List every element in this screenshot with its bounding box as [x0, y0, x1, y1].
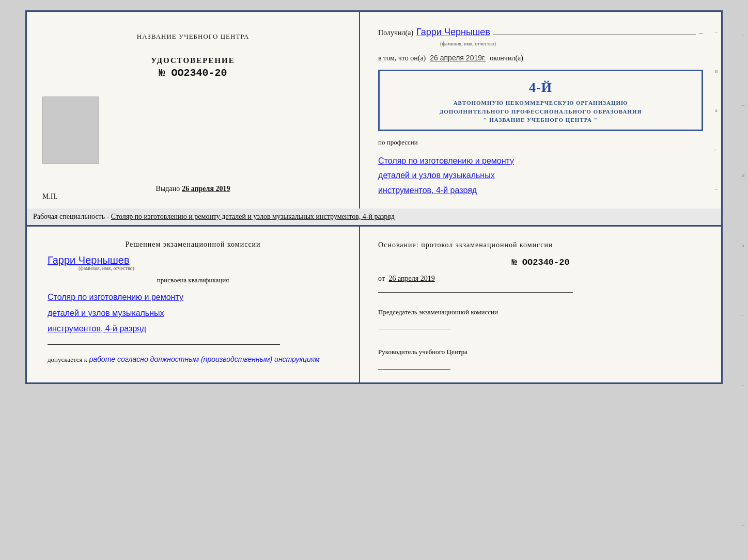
certificate-bottom: Решением экзаменационной комиссии Гарри … — [25, 225, 723, 384]
cert-number: № OO2340-20 — [48, 67, 338, 79]
recipient-line: Получил(а) Гарри Чернышев – — [378, 25, 703, 38]
description-text: Рабочая специальность - Столяр по изгото… — [33, 213, 395, 220]
stamp-line1: АВТОНОМНУЮ НЕКОММЕРЧЕСКУЮ ОРГАНИЗАЦИЮ — [388, 99, 693, 107]
in-that-label: в том, что он(а) — [378, 54, 426, 62]
org-name-header: НАЗВАНИЕ УЧЕБНОГО ЦЕНТРА — [48, 33, 338, 41]
chairman-signature — [378, 319, 450, 329]
cert-date-top: 26 апреля 2019г. — [430, 54, 486, 62]
recipient-name-top: Гарри Чернышев — [416, 27, 490, 38]
date-line-top: в том, что он(а) 26 апреля 2019г. окончи… — [378, 54, 703, 62]
director-signature — [378, 359, 450, 370]
issued-label: Выдано — [156, 185, 180, 193]
cert-title: УДОСТОВЕРЕНИЕ — [48, 56, 338, 65]
admitted-label: допускается к — [48, 356, 87, 363]
stamp-number: 4-й — [388, 77, 693, 98]
profession-label-top: по профессии — [378, 138, 703, 147]
name-hint-top: (фамилия, имя, отчество) — [440, 41, 703, 46]
decision-title: Решением экзаменационной комиссии — [48, 239, 338, 250]
certificate-top: НАЗВАНИЕ УЧЕБНОГО ЦЕНТРА УДОСТОВЕРЕНИЕ №… — [25, 10, 723, 209]
assigned-label: присвоена квалификация — [48, 276, 338, 284]
qualification-underline — [48, 344, 280, 345]
side-decorations-bottom: – – и а ← – – – — [740, 0, 746, 560]
side-decorations-top: – и а ← – — [713, 12, 719, 209]
qualification-text: Столяр по изготовлению и ремонту деталей… — [48, 290, 338, 337]
basis-title: Основание: протокол экзаменационной коми… — [378, 239, 703, 250]
protocol-date-value: 26 апреля 2019 — [389, 275, 435, 282]
admitted-text: работе согласно должностным (производств… — [89, 355, 320, 363]
issued-date: 26 апреля 2019 — [182, 185, 230, 193]
cert-title-block: УДОСТОВЕРЕНИЕ № OO2340-20 — [48, 56, 338, 79]
photo-placeholder — [42, 97, 99, 164]
chairman-label: Председатель экзаменационной комиссии — [378, 307, 703, 317]
description-specialty: Столяр по изготовлению и ремонту деталей… — [111, 213, 395, 220]
recipient-name-bottom: Гарри Чернышев — [48, 254, 338, 266]
profession-text-top: Столяр по изготовлению и ремонту деталей… — [378, 154, 703, 198]
cert-top-right: Получил(а) Гарри Чернышев – (фамилия, им… — [360, 12, 721, 209]
stamp-line2: ДОПОЛНИТЕЛЬНОГО ПРОФЕССИОНАЛЬНОГО ОБРАЗО… — [388, 107, 693, 116]
date-prefix: от — [378, 275, 385, 282]
cert-top-left: НАЗВАНИЕ УЧЕБНОГО ЦЕНТРА УДОСТОВЕРЕНИЕ №… — [27, 12, 360, 209]
protocol-date: от 26 апреля 2019 — [378, 275, 703, 283]
divider-bottom — [378, 292, 573, 293]
protocol-number: № OO2340-20 — [378, 258, 703, 267]
admitted-block: допускается к работе согласно должностны… — [48, 355, 338, 364]
cert-issued-block: Выдано 26 апреля 2019 — [156, 184, 230, 193]
cert-bottom-left: Решением экзаменационной комиссии Гарри … — [27, 227, 360, 382]
description-line: Рабочая специальность - Столяр по изгото… — [25, 209, 723, 225]
cert-bottom-right: Основание: протокол экзаменационной коми… — [360, 227, 721, 382]
director-block: Руководитель учебного Центра — [378, 347, 703, 370]
director-label: Руководитель учебного Центра — [378, 347, 703, 357]
stamp-line3: " НАЗВАНИЕ УЧЕБНОГО ЦЕНТРА " — [388, 116, 693, 124]
chairman-block: Председатель экзаменационной комиссии — [378, 307, 703, 330]
recipient-bottom: Гарри Чернышев (фамилия, имя, отчество) — [48, 254, 338, 271]
mp-label: М.П. — [42, 193, 58, 201]
name-hint-bottom: (фамилия, имя, отчество) — [79, 265, 338, 271]
received-label: Получил(а) — [378, 29, 413, 37]
finished-label: окончил(а) — [490, 54, 523, 62]
stamp-block: 4-й АВТОНОМНУЮ НЕКОММЕРЧЕСКУЮ ОРГАНИЗАЦИ… — [378, 70, 703, 131]
